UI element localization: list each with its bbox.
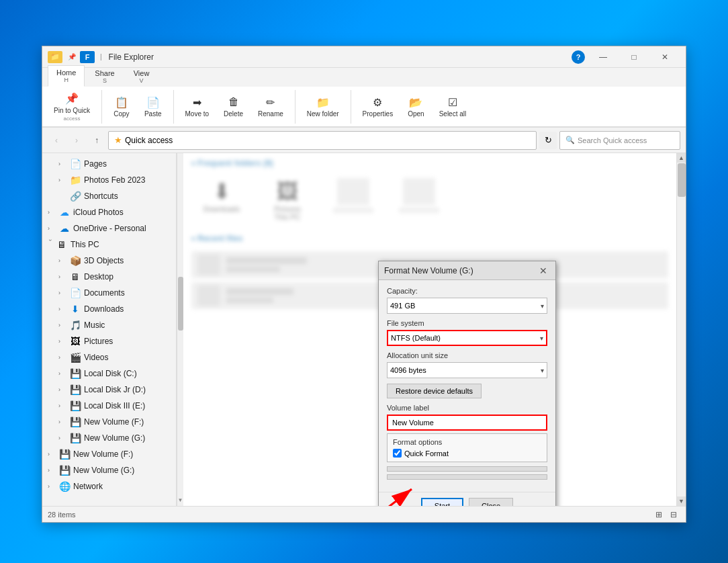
title-controls: ? — □ ✕ (572, 46, 680, 68)
quick-format-checkbox[interactable] (393, 449, 402, 458)
details-view-button[interactable]: ⊞ (652, 509, 666, 521)
diskg-label: New Volume (G:) (73, 466, 134, 475)
help-button[interactable]: ? (572, 50, 585, 64)
diskc-label: Local Disk (C:) (84, 369, 137, 378)
scroll-down-arrow[interactable]: ▼ (177, 497, 183, 503)
sidebar-item-thispc[interactable]: › 🖥 This PC (42, 236, 176, 253)
scroll-thumb (678, 163, 686, 197)
sidebar-item-pictures[interactable]: › 🖼 Pictures (42, 333, 176, 349)
sidebar-item-diskd[interactable]: › 💾 Local Disk Jr (D:) (42, 382, 176, 398)
sidebar-item-diskg[interactable]: › 💾 New Volume (G:) (42, 462, 176, 478)
large-icon-view-button[interactable]: ⊟ (667, 509, 680, 521)
dialog-title: Format New Volume (G:) (384, 266, 473, 275)
grid-item-downloads[interactable]: ⬇ Downloads (191, 173, 252, 226)
open-button[interactable]: 📂 Open (402, 92, 430, 121)
view-toggle: ⊞ ⊟ (652, 509, 680, 521)
sidebar-item-pages[interactable]: › 📄 Pages (42, 156, 176, 172)
dialog-title-bar: Format New Volume (G:) ✕ (379, 261, 555, 280)
filesystem-arrow: ▾ (540, 335, 543, 342)
pictures-folder-label: PicturesThis PC (274, 205, 301, 221)
sidebar-item-diskf[interactable]: › 💾 New Volume (F:) (42, 446, 176, 462)
recent-section-header[interactable]: ▾ Recent files (183, 228, 676, 246)
start-button[interactable]: Start (421, 498, 463, 506)
delete-button[interactable]: 🗑 Delete (218, 92, 249, 121)
sidebar-item-downloads[interactable]: › ⬇ Downloads (42, 301, 176, 317)
sidebar-item-diskc[interactable]: › 💾 Local Disk (C:) (42, 365, 176, 382)
minimize-button[interactable]: — (588, 46, 619, 68)
diskd-label: Local Disk Jr (D:) (84, 385, 146, 394)
properties-button[interactable]: ⚙ Properties (357, 92, 400, 121)
sidebar-item-photos[interactable]: › 📁 Photos Feb 2023 (42, 172, 176, 188)
arrow-icon: › (58, 338, 69, 345)
sidebar-item-videos[interactable]: › 🎬 Videos (42, 349, 176, 365)
back-button[interactable]: ‹ (48, 132, 65, 149)
recent-path-2 (226, 298, 273, 303)
pin-to-quickaccess-button[interactable]: 📌 Pin to Quick access (48, 89, 96, 125)
sidebar-scrollbar[interactable]: ▼ (177, 153, 183, 506)
address-box[interactable]: ★ Quick access (108, 131, 537, 150)
scroll-down-btn[interactable]: ▼ (677, 496, 686, 506)
content-scrollbar[interactable]: ▲ ▼ (676, 153, 686, 506)
ribbon-divider (101, 90, 102, 124)
sidebar-item-music[interactable]: › 🎵 Music (42, 317, 176, 333)
sidebar-item-icloud[interactable]: › ☁ iCloud Photos (42, 204, 176, 220)
downloads-folder-label: Downloads (203, 205, 240, 213)
close-button[interactable]: ✕ (649, 46, 680, 68)
dialog-close-button[interactable]: ✕ (537, 265, 550, 277)
recent-path-1 (226, 267, 280, 272)
allocation-arrow: ▾ (541, 367, 544, 374)
new-folder-button[interactable]: 📁 New folder (301, 92, 345, 121)
quick-access-star: ★ (114, 135, 122, 145)
sidebar-item-onedrive[interactable]: › ☁ OneDrive - Personal (42, 220, 176, 236)
volume-label-input[interactable] (387, 415, 547, 431)
scroll-up-btn[interactable]: ▲ (677, 153, 686, 163)
sidebar-item-3dobjects[interactable]: › 📦 3D Objects (42, 253, 176, 269)
diskc-icon: 💾 (69, 367, 81, 380)
onedrive-label: OneDrive - Personal (73, 224, 146, 233)
separator1: | (100, 53, 102, 60)
copy-button[interactable]: 📋 Copy (107, 92, 136, 121)
sidebar-item-diskg-sub[interactable]: › 💾 New Volume (G:) (42, 430, 176, 446)
search-box[interactable]: 🔍 Search Quick access (559, 131, 680, 150)
arrow-icon: › (48, 483, 58, 490)
grid-item-pictures[interactable]: 🖼 PicturesThis PC (257, 173, 318, 226)
capacity-select[interactable]: 491 GB ▾ (387, 298, 547, 314)
sidebar-item-desktop[interactable]: › 🖥 Desktop (42, 269, 176, 285)
rename-button[interactable]: ✏ Rename (252, 92, 289, 121)
maximize-button[interactable]: □ (619, 46, 649, 68)
tab-home[interactable]: Home H (48, 65, 85, 87)
dialog-body: Capacity: 491 GB ▾ File system NTFS (Def… (379, 280, 555, 486)
tab-view[interactable]: View V (125, 66, 158, 87)
filesystem-select[interactable]: NTFS (Default) ▾ (387, 330, 547, 346)
forward-button[interactable]: › (68, 132, 85, 149)
diskg-sub-label: New Volume (G:) (84, 433, 145, 443)
sidebar-item-documents[interactable]: › 📄 Documents (42, 285, 176, 301)
sidebar-item-network[interactable]: › 🌐 Network (42, 478, 176, 494)
sidebar-item-diskf-sub[interactable]: › 💾 New Volume (F:) (42, 414, 176, 430)
address-path: Quick access (125, 136, 173, 145)
grid-item-extra2[interactable] (389, 173, 449, 226)
pin-icon: 📌 (68, 53, 76, 60)
dialog-close-btn[interactable]: Close (469, 498, 513, 506)
videos-icon: 🎬 (69, 351, 81, 363)
sidebar-item-shortcuts[interactable]: 🔗 Shortcuts (42, 188, 176, 204)
diske-icon: 💾 (69, 400, 81, 412)
restore-defaults-button[interactable]: Restore device defaults (387, 384, 482, 398)
ribbon-content: 📌 Pin to Quick access 📋 Copy 📄 Paste ➡ M… (42, 87, 686, 127)
select-all-button[interactable]: ☑ Select all (433, 92, 473, 121)
filesystem-label: File system (387, 319, 547, 327)
paste-button[interactable]: 📄 Paste (138, 92, 168, 121)
frequent-header-text: Frequent folders (9) (197, 159, 273, 168)
progress-bar (387, 466, 547, 472)
music-label: Music (84, 320, 105, 330)
title-bar: 📁 📌 F | File Explorer ? — □ ✕ (42, 46, 686, 68)
refresh-button[interactable]: ↻ (539, 132, 557, 149)
diskf-label: New Volume (F:) (73, 449, 133, 459)
tab-share[interactable]: Share S (86, 66, 123, 87)
allocation-select[interactable]: 4096 bytes ▾ (387, 362, 547, 378)
move-to-button[interactable]: ➡ Move to (179, 92, 216, 121)
frequent-section-header[interactable]: ▾ Frequent folders (9) (183, 153, 676, 171)
grid-item-extra1[interactable] (323, 173, 383, 226)
up-button[interactable]: ↑ (88, 132, 105, 149)
sidebar-item-diske[interactable]: › 💾 Local Disk III (E:) (42, 398, 176, 414)
